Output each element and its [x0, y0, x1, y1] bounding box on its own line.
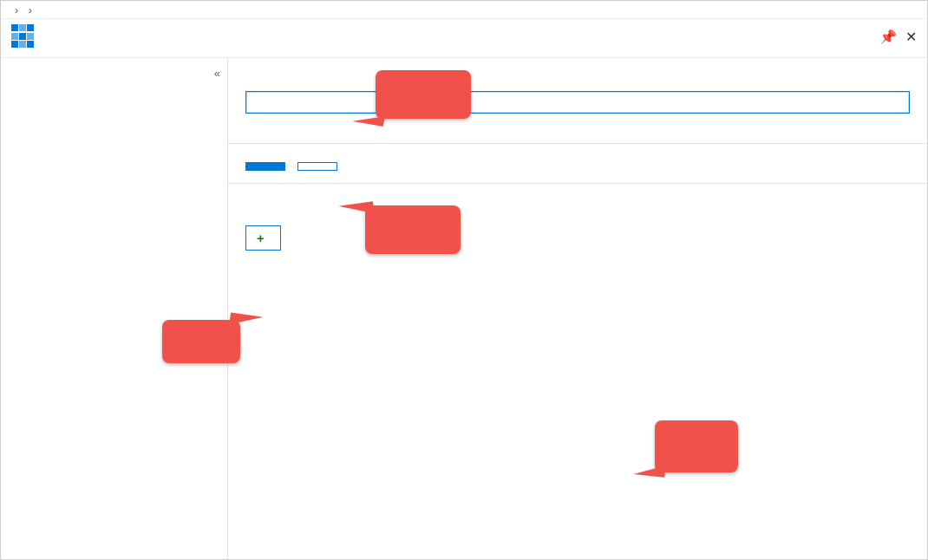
callout-7 — [365, 205, 461, 254]
table-header — [245, 263, 910, 273]
new-client-secret-button[interactable]: + — [245, 225, 281, 251]
add-secret-panel — [228, 58, 927, 144]
button-row — [228, 144, 927, 184]
plus-icon: + — [257, 231, 265, 245]
collapse-icon[interactable]: « — [214, 67, 220, 80]
app-logo-icon — [11, 24, 36, 49]
cancel-button[interactable] — [297, 162, 337, 171]
close-icon[interactable]: ✕ — [905, 29, 917, 45]
pin-icon[interactable]: 📌 — [879, 29, 897, 45]
main-content: + — [228, 58, 927, 560]
breadcrumb: › › — [1, 1, 927, 19]
add-button[interactable] — [245, 162, 285, 171]
callout-8 — [162, 320, 240, 363]
empty-state — [245, 273, 910, 297]
callout-9 — [655, 420, 738, 472]
callout-6 — [376, 70, 471, 119]
page-header: 📌 ✕ — [1, 19, 927, 58]
client-secrets-section: + — [228, 184, 927, 323]
description-input[interactable] — [245, 91, 910, 114]
sidebar: « — [1, 58, 228, 560]
